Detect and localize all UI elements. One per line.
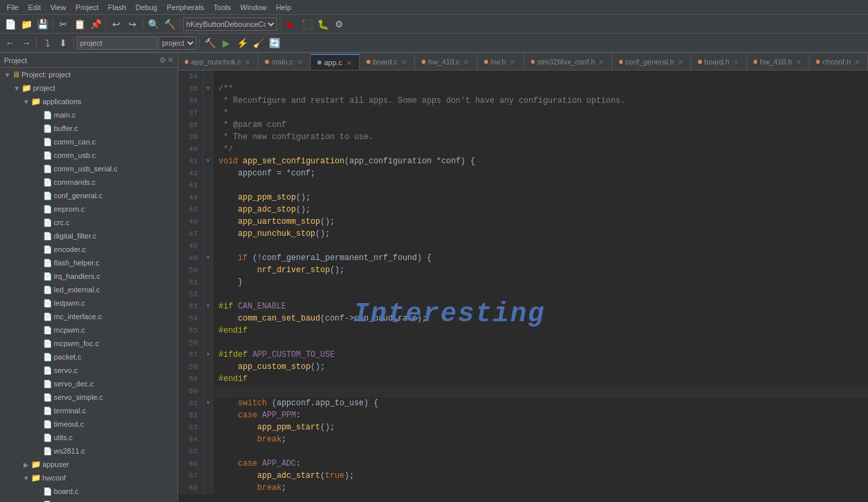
line-fold-68[interactable]	[204, 482, 213, 494]
code-line-51[interactable]: 51 }	[178, 276, 868, 288]
tab-board_h[interactable]: board.h✕	[691, 54, 747, 70]
line-fold-43[interactable]	[204, 179, 213, 192]
tree-appuser-folder[interactable]: ▶ 📁 appuser	[0, 458, 177, 471]
code-editor[interactable]: Interesting 3435▼/**36 * Reconfigure and…	[178, 71, 868, 502]
menu-project[interactable]: Project	[71, 2, 102, 13]
menu-tools[interactable]: Tools	[210, 2, 235, 13]
tree-file-flash_helper_c[interactable]: 📄flash_helper.c	[0, 256, 177, 269]
open-button[interactable]: 📁	[19, 17, 34, 32]
tab-hw_410_h[interactable]: hw_410.h✕	[747, 54, 810, 70]
debug-button[interactable]: 🐛	[315, 17, 330, 32]
code-line-46[interactable]: 46 app_uartcomm_stop();	[178, 216, 868, 228]
tab-close-icon[interactable]: ✕	[732, 58, 740, 66]
tree-root-toggle[interactable]: ▼	[3, 71, 12, 79]
tree-applications-folder[interactable]: ▼ 📁 applications	[0, 95, 177, 108]
line-fold-35[interactable]: ▼	[204, 83, 213, 95]
tree-file-main_c[interactable]: 📄main.c	[0, 108, 177, 122]
line-fold-52[interactable]	[204, 288, 213, 300]
menu-file[interactable]: File	[3, 2, 23, 13]
code-line-57[interactable]: 57▼#ifdef APP_CUSTOM_TO_USE	[178, 349, 868, 361]
menu-edit[interactable]: Edit	[24, 2, 45, 13]
tab-hw_h[interactable]: hw.h✕	[477, 54, 524, 70]
code-line-45[interactable]: 45 app_adc_stop();	[178, 204, 868, 216]
tree-file-servo_c[interactable]: 📄servo.c	[0, 364, 177, 377]
code-line-43[interactable]: 43	[178, 179, 868, 192]
tab-app_nunchuk_c[interactable]: app_nunchuk.c✕	[178, 54, 258, 70]
code-line-65[interactable]: 65	[178, 446, 868, 458]
tab-close-icon[interactable]: ✕	[345, 58, 352, 67]
line-fold-42[interactable]	[204, 167, 213, 179]
code-line-54[interactable]: 54 comm_can_set_baud(conf->can_baud_rate…	[178, 312, 868, 325]
line-fold-60[interactable]	[204, 385, 213, 397]
tree-project-toggle[interactable]: ▼	[12, 85, 22, 92]
tree-file-conf_general_c[interactable]: 📄conf_general.c	[0, 189, 177, 202]
code-line-64[interactable]: 64 break;	[178, 433, 868, 446]
line-fold-51[interactable]	[204, 276, 213, 288]
tree-file-crc_c[interactable]: 📄crc.c	[0, 216, 177, 229]
tree-file-irq_handlers_c[interactable]: 📄irq_handlers.c	[0, 269, 177, 283]
menu-view[interactable]: View	[46, 2, 71, 13]
project-combo[interactable]: project	[159, 36, 196, 50]
sidebar-settings-icon[interactable]: ⚙	[159, 56, 166, 65]
tree-file-comm_usb_serial_c[interactable]: 📄comm_usb_serial.c	[0, 162, 177, 175]
tree-file-comm_can_c[interactable]: 📄comm_can.c	[0, 135, 177, 149]
line-fold-55[interactable]	[204, 325, 213, 337]
new-button[interactable]: 📄	[3, 17, 17, 32]
code-line-53[interactable]: 53▼#if CAN_ENABLE	[178, 300, 868, 312]
line-fold-48[interactable]	[204, 240, 213, 252]
clean-button[interactable]: 🧹	[251, 36, 266, 50]
tab-close-icon[interactable]: ✕	[677, 58, 684, 66]
code-line-49[interactable]: 49▼ if (!conf_general_permanent_nrf_foun…	[178, 252, 868, 264]
tab-chconf_h[interactable]: chconf.h✕	[810, 54, 868, 70]
step-into-button[interactable]: ⬇	[56, 36, 71, 50]
line-fold-63[interactable]	[204, 421, 213, 433]
line-fold-67[interactable]	[204, 470, 213, 482]
line-fold-47[interactable]	[204, 228, 213, 240]
tree-file-servo_simple_c[interactable]: 📄servo_simple.c	[0, 390, 177, 404]
tab-close-icon[interactable]: ✕	[244, 58, 251, 66]
line-fold-39[interactable]	[204, 131, 213, 143]
tree-root[interactable]: ▼ 🖥 Project: project	[0, 68, 177, 81]
tab-hw_410_c[interactable]: hw_410.c✕	[415, 54, 477, 70]
tab-stm32f4xx_conf_h[interactable]: stm32f4xx_conf.h✕	[524, 54, 613, 70]
line-fold-49[interactable]: ▼	[204, 252, 213, 264]
tree-file-ledpwm_c[interactable]: 📄ledpwm.c	[0, 296, 177, 310]
code-line-36[interactable]: 36 * Reconfigure and restart all apps. S…	[178, 95, 868, 107]
tab-main_c[interactable]: main.c✕	[258, 54, 311, 70]
line-fold-50[interactable]	[204, 264, 213, 276]
line-fold-58[interactable]	[204, 361, 213, 373]
sidebar-close-icon[interactable]: ✕	[167, 56, 173, 65]
sidebar-tree[interactable]: ▼ 🖥 Project: project ▼ 📁 project ▼ 📁 app…	[0, 68, 177, 502]
flash-button[interactable]: ⚡	[235, 36, 249, 50]
tree-project-node[interactable]: ▼ 📁 project	[0, 81, 177, 95]
tree-file-encoder_c[interactable]: 📄encoder.c	[0, 243, 177, 256]
line-fold-44[interactable]	[204, 192, 213, 204]
tree-file-eeprom_c[interactable]: 📄eeprom.c	[0, 202, 177, 216]
code-line-63[interactable]: 63 app_ppm_start();	[178, 421, 868, 433]
line-fold-41[interactable]: ▼	[204, 155, 213, 167]
find-button[interactable]: 🔍	[146, 17, 161, 32]
code-line-40[interactable]: 40 */	[178, 143, 868, 155]
save-button[interactable]: 💾	[35, 17, 50, 32]
menu-flash[interactable]: Flash	[104, 2, 130, 13]
code-line-48[interactable]: 48	[178, 240, 868, 252]
line-fold-66[interactable]	[204, 458, 213, 470]
line-fold-36[interactable]	[204, 95, 213, 107]
code-line-47[interactable]: 47 app_nunchuk_stop();	[178, 228, 868, 240]
line-fold-34[interactable]	[204, 71, 213, 83]
reload-button[interactable]: 🔄	[267, 36, 282, 50]
tab-close-icon[interactable]: ✕	[296, 58, 303, 66]
line-fold-61[interactable]: ▼	[204, 397, 213, 409]
menu-help[interactable]: Help	[272, 2, 295, 13]
line-fold-40[interactable]	[204, 143, 213, 155]
code-line-38[interactable]: 38 * @param conf	[178, 119, 868, 131]
menu-debug[interactable]: Debug	[132, 2, 161, 13]
build2-button[interactable]: 🔨	[202, 36, 217, 50]
copy-button[interactable]: 📋	[72, 17, 87, 32]
undo-button[interactable]: ↩	[109, 17, 124, 32]
debug-config-combo[interactable]: hKeyButtonDebounceCo...	[183, 17, 277, 31]
tab-app_c[interactable]: app.c✕	[311, 54, 360, 70]
code-line-50[interactable]: 50 nrf_driver_stop();	[178, 264, 868, 276]
tree-file-servo_dec_c[interactable]: 📄servo_dec.c	[0, 377, 177, 390]
line-fold-57[interactable]: ▼	[204, 349, 213, 361]
